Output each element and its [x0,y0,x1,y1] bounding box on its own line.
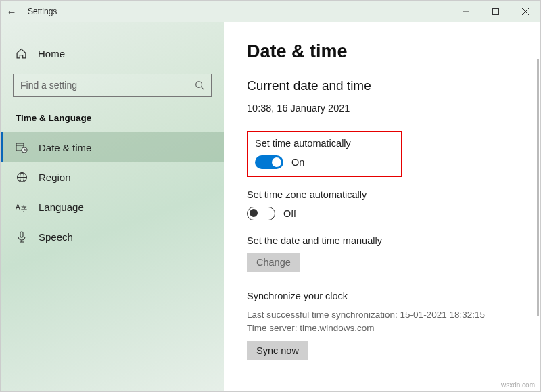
maximize-button[interactable] [481,1,511,22]
set-time-auto-state: On [291,157,304,168]
sync-block: Synchronize your clock Last successful t… [247,291,520,360]
sidebar-item-label: Speech [39,231,73,243]
home-icon [16,48,27,59]
svg-line-5 [202,87,204,90]
set-tz-auto-toggle[interactable] [247,207,275,220]
change-button[interactable]: Change [247,253,300,272]
minimize-button[interactable] [451,1,481,22]
manual-label: Set the date and time manually [247,235,520,246]
set-time-auto-toggle[interactable] [255,155,283,169]
sync-last: Last successful time synchronization: 15… [247,308,520,322]
window-controls [451,1,540,22]
sync-server: Time server: time.windows.com [247,322,520,335]
page-title: Date & time [247,41,520,62]
set-time-auto-label: Set time automatically [255,138,394,149]
search-box[interactable] [13,74,212,97]
section-current: Current date and time [247,78,520,93]
manual-block: Set the date and time manually Change [247,235,520,272]
microphone-icon [16,231,28,243]
sidebar-item-date-time[interactable]: Date & time [1,132,224,162]
scrollbar[interactable] [537,59,539,316]
svg-text:A: A [16,203,20,210]
titlebar: ← Settings [1,1,540,22]
sidebar-item-speech[interactable]: Speech [1,222,224,251]
search-icon [195,80,204,90]
set-tz-auto-block: Set time zone automatically Off [247,189,520,220]
language-icon: A字 [16,201,28,213]
svg-rect-1 [493,9,499,15]
sidebar-item-label: Region [39,172,71,183]
calendar-clock-icon [16,141,28,153]
back-button[interactable]: ← [1,6,22,18]
svg-rect-16 [20,232,23,237]
search-input[interactable] [20,80,195,91]
sidebar-item-label: Date & time [39,142,91,153]
set-tz-auto-state: Off [283,208,296,219]
sidebar-home[interactable]: Home [1,39,224,68]
sync-info: Last successful time synchronization: 15… [247,308,520,335]
current-datetime: 10:38, 16 January 2021 [247,103,520,114]
svg-text:字: 字 [21,205,27,212]
highlight-set-time-auto: Set time automatically On [247,131,402,177]
main-panel: Date & time Current date and time 10:38,… [224,22,540,391]
sync-now-button[interactable]: Sync now [247,341,308,360]
sidebar-category: Time & Language [1,109,224,132]
sidebar-item-label: Language [39,201,84,213]
sync-label: Synchronize your clock [247,291,520,301]
set-tz-auto-label: Set time zone automatically [247,189,520,200]
settings-window: ← Settings Home [0,0,541,392]
sidebar: Home Time & Language Date & time Reg [1,22,224,391]
svg-point-4 [196,82,202,88]
sidebar-home-label: Home [38,48,65,59]
body: Home Time & Language Date & time Reg [1,22,540,391]
sidebar-item-region[interactable]: Region [1,162,224,192]
sidebar-item-language[interactable]: A字 Language [1,192,224,222]
close-button[interactable] [511,1,540,22]
globe-icon [16,172,28,183]
window-title: Settings [28,7,57,16]
footer-credit: wsxdn.com [501,381,535,389]
